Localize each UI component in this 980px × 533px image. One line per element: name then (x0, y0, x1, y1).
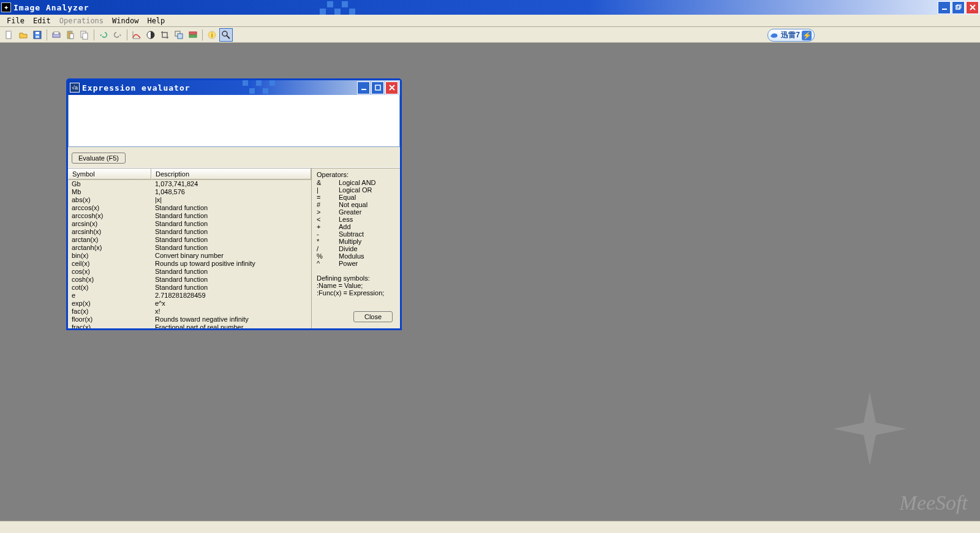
defining-line: :Name = Value; (317, 282, 395, 289)
expression-input[interactable] (68, 95, 400, 147)
operator-row: /Divide (317, 245, 395, 252)
symbol-row[interactable]: frac(x)Fractional part of real number (68, 323, 311, 328)
svg-text:i: i (211, 32, 213, 39)
paste-icon[interactable] (64, 28, 77, 42)
symbol-row[interactable]: cot(x)Standard function (68, 284, 311, 292)
svg-point-23 (222, 31, 227, 36)
defining-title: Defining symbols: (317, 274, 395, 282)
bolt-icon: ⚡ (802, 31, 812, 40)
operator-row: &Logical AND (317, 179, 395, 186)
svg-rect-25 (361, 89, 366, 90)
operator-row: ^Power (317, 260, 395, 267)
symbol-row[interactable]: cos(x)Standard function (68, 268, 311, 276)
badge-text: 迅雷7 (781, 30, 800, 40)
operator-row: +Add (317, 223, 395, 230)
symbol-row[interactable]: arctanh(x)Standard function (68, 244, 311, 252)
svg-rect-5 (36, 32, 39, 34)
scan-icon[interactable] (50, 28, 63, 42)
svg-rect-18 (178, 34, 183, 39)
operator-row: #Not equal (317, 201, 395, 208)
svg-rect-26 (375, 85, 380, 90)
info-icon[interactable]: i (205, 28, 219, 42)
copy-icon[interactable] (78, 28, 91, 42)
symbol-row[interactable]: Mb1,048,576 (68, 188, 311, 196)
operator-row: >Greater (317, 208, 395, 216)
crop-icon[interactable] (158, 28, 172, 42)
xunlei-badge[interactable]: 迅雷7 ⚡ (767, 29, 815, 42)
symbol-row[interactable]: ceil(x)Rounds up toward positive infinit… (68, 260, 311, 268)
defining-line: :Func(x) = Expression; (317, 289, 395, 297)
operator-row: %Modulus (317, 252, 395, 260)
symbols-header-description[interactable]: Description (151, 168, 311, 180)
menu-help[interactable]: Help (143, 15, 169, 26)
toolbar: i 迅雷7 ⚡ (0, 27, 980, 43)
svg-line-24 (227, 36, 230, 39)
symbol-row[interactable]: arccos(x)Standard function (68, 204, 311, 212)
main-titlebar: Image Analyzer (0, 0, 980, 15)
operators-title: Operators: (317, 171, 395, 178)
menu-file[interactable]: File (2, 15, 29, 26)
bird-icon (769, 31, 779, 40)
operator-row: *Multiply (317, 238, 395, 245)
dialog-titlebar[interactable]: √a Expression evaluator (68, 80, 400, 95)
statusbar (0, 521, 980, 533)
contrast-icon[interactable] (144, 28, 157, 42)
watermark-text: MeeSoft (900, 491, 968, 515)
svg-rect-8 (54, 32, 59, 34)
svg-rect-10 (69, 31, 71, 32)
formula-icon: √a (70, 83, 80, 93)
curve-icon[interactable] (130, 28, 143, 42)
symbol-row[interactable]: cosh(x)Standard function (68, 276, 311, 284)
resize-icon[interactable] (172, 28, 186, 42)
symbol-row[interactable]: arcsin(x)Standard function (68, 220, 311, 228)
open-icon[interactable] (17, 28, 30, 42)
app-icon (1, 2, 11, 12)
grid-icon[interactable] (186, 28, 200, 42)
menu-window[interactable]: Window (108, 15, 143, 26)
svg-rect-2 (957, 4, 961, 8)
symbol-row[interactable]: Gb1,073,741,824 (68, 180, 311, 188)
symbol-row[interactable]: fac(x)x! (68, 308, 311, 316)
symbol-row[interactable]: floor(x)Rounds toward negative infinity (68, 316, 311, 323)
close-button[interactable] (966, 1, 979, 14)
symbols-list[interactable]: Gb1,073,741,824Mb1,048,576abs(x)|x|arcco… (68, 180, 311, 328)
app-title: Image Analyzer (13, 3, 89, 12)
operator-row: |Logical OR (317, 186, 395, 194)
svg-rect-11 (70, 34, 74, 39)
menu-edit[interactable]: Edit (29, 15, 55, 26)
close-dialog-button[interactable]: Close (353, 311, 393, 322)
dialog-title: Expression evaluator (82, 83, 190, 93)
symbol-row[interactable]: arcsinh(x)Standard function (68, 228, 311, 236)
symbol-row[interactable]: bin(x)Convert binary number (68, 252, 311, 260)
menu-operations: Operations (55, 15, 108, 26)
dialog-close-button[interactable] (385, 81, 398, 94)
dialog-maximize-button[interactable] (371, 81, 384, 94)
redo-icon[interactable] (111, 28, 124, 42)
zoom-icon[interactable] (219, 28, 233, 42)
svg-rect-0 (942, 9, 947, 10)
symbols-header-symbol[interactable]: Symbol (68, 168, 151, 180)
restore-button[interactable] (952, 1, 965, 14)
svg-rect-6 (36, 36, 39, 38)
evaluate-button[interactable]: Evaluate (F5) (72, 153, 126, 164)
undo-icon[interactable] (97, 28, 110, 42)
dialog-minimize-button[interactable] (357, 81, 370, 94)
symbol-row[interactable]: arccosh(x)Standard function (68, 212, 311, 220)
svg-rect-13 (83, 33, 88, 39)
svg-rect-20 (189, 35, 197, 37)
new-icon[interactable] (2, 28, 16, 42)
svg-rect-19 (189, 32, 197, 34)
operator-row: <Less (317, 216, 395, 223)
symbol-row[interactable]: arctan(x)Standard function (68, 236, 311, 244)
menubar: File Edit Operations Window Help (0, 15, 980, 27)
save-icon[interactable] (31, 28, 44, 42)
symbol-row[interactable]: abs(x)|x| (68, 196, 311, 204)
expression-evaluator-dialog: √a Expression evaluator Evaluate (F5) Sy… (66, 78, 402, 330)
minimize-button[interactable] (938, 1, 951, 14)
operator-row: -Subtract (317, 230, 395, 238)
symbol-row[interactable]: e2.718281828459 (68, 292, 311, 300)
symbol-row[interactable]: exp(x)e^x (68, 300, 311, 308)
operator-row: =Equal (317, 194, 395, 201)
svg-rect-1 (956, 6, 960, 9)
